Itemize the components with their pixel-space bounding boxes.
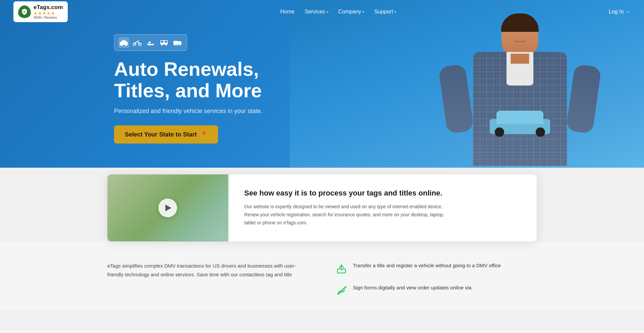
motorcycle-icon[interactable]	[132, 37, 143, 48]
select-state-button[interactable]: Select Your State to Start 📍	[114, 125, 218, 144]
video-title: See how easy it is to process your tags …	[244, 189, 445, 198]
services-dropdown-icon: ▾	[327, 10, 328, 14]
company-dropdown-icon: ▾	[363, 10, 364, 14]
feature-item-2: Sign forms digitally and view order upda…	[335, 284, 537, 296]
sign-icon	[335, 284, 347, 296]
feature-text-2: Sign forms digitally and view order upda…	[353, 284, 472, 292]
feature-item-1: Transfer a title and register a vehicle …	[335, 262, 537, 274]
login-button[interactable]: Log In →	[609, 9, 631, 15]
bus-icon[interactable]	[159, 37, 169, 48]
logo-text: eTags.com ★★★★★ 400K+ Reviews	[34, 4, 63, 19]
feature-text-1: Transfer a title and register a vehicle …	[353, 262, 501, 270]
play-button[interactable]	[158, 199, 177, 217]
nav-support[interactable]: Support ▾	[374, 9, 396, 15]
main-nav: eTags.com ★★★★★ 400K+ Reviews Home Servi…	[0, 0, 644, 23]
video-description: Our website is expertly designed to be v…	[244, 203, 445, 227]
upload-icon	[335, 262, 347, 274]
location-icon: 📍	[200, 131, 207, 138]
cta-label: Select Your State to Start	[125, 131, 197, 138]
svg-point-1	[120, 44, 122, 46]
video-section: See how easy it is to process your tags …	[107, 174, 537, 241]
car-icon[interactable]	[118, 37, 129, 48]
hero-content: Auto Renewals, Titles, and More Personal…	[114, 34, 315, 144]
svg-rect-10	[173, 41, 179, 45]
logo[interactable]: eTags.com ★★★★★ 400K+ Reviews	[13, 1, 68, 22]
hero-section: eTags.com ★★★★★ 400K+ Reviews Home Servi…	[0, 0, 644, 168]
svg-point-2	[125, 44, 127, 46]
nav-home[interactable]: Home	[280, 9, 295, 15]
boat-icon[interactable]	[145, 37, 156, 48]
video-info: See how easy it is to process your tags …	[228, 174, 462, 241]
svg-point-11	[174, 44, 175, 46]
svg-point-8	[161, 44, 163, 46]
svg-point-13	[179, 44, 181, 46]
svg-rect-7	[165, 41, 167, 43]
site-name: eTags.com	[34, 4, 63, 11]
about-text: eTags simplifies complex DMV transaction…	[107, 262, 309, 279]
nav-company[interactable]: Company ▾	[338, 9, 364, 15]
svg-rect-6	[161, 41, 163, 43]
bottom-section: eTags simplifies complex DMV transaction…	[0, 241, 644, 310]
bottom-content: eTags simplifies complex DMV transaction…	[107, 262, 537, 296]
vehicle-type-selector[interactable]	[114, 34, 187, 51]
star-rating: ★★★★★	[34, 11, 63, 16]
hero-subtitle: Personalized and friendly vehicle servic…	[114, 108, 315, 115]
nav-services[interactable]: Services ▾	[305, 9, 328, 15]
hero-title: Auto Renewals, Titles, and More	[114, 58, 315, 101]
review-count: 400K+ Reviews	[34, 16, 63, 19]
truck-icon[interactable]	[172, 37, 183, 48]
video-thumbnail[interactable]	[107, 174, 228, 241]
support-dropdown-icon: ▾	[394, 10, 396, 14]
features-list: Transfer a title and register a vehicle …	[335, 262, 537, 296]
nav-links: Home Services ▾ Company ▾ Support	[280, 9, 396, 15]
logo-shield-icon	[18, 5, 31, 18]
svg-point-12	[177, 44, 178, 46]
svg-point-9	[165, 44, 167, 46]
about-text-block: eTags simplifies complex DMV transaction…	[107, 262, 309, 279]
